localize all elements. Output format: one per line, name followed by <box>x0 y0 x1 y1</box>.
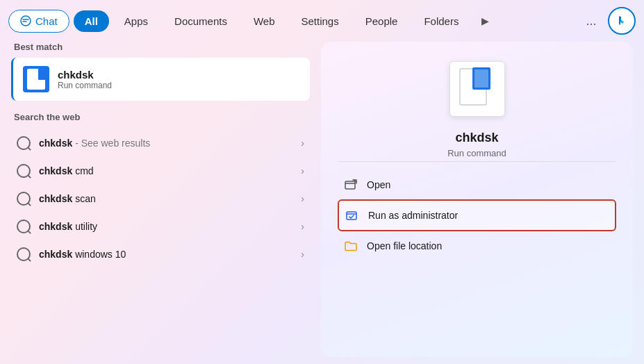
open-file-location-label: Open file location <box>367 240 442 251</box>
list-item[interactable]: chkdsk windows 10 › <box>11 240 310 268</box>
documents-tab[interactable]: Documents <box>163 10 238 32</box>
search-icon <box>17 164 31 178</box>
chkdsk-icon-graphic <box>453 65 502 113</box>
web-tab[interactable]: Web <box>242 10 286 32</box>
apps-tab[interactable]: Apps <box>113 10 159 32</box>
svg-rect-4 <box>345 181 355 189</box>
app-preview <box>449 42 505 131</box>
open-label: Open <box>367 179 390 190</box>
chat-icon <box>20 15 31 26</box>
best-match-title: Best match <box>11 42 310 52</box>
admin-icon <box>345 208 360 223</box>
all-tab[interactable]: All <box>74 10 109 32</box>
open-icon <box>343 177 358 192</box>
ellipsis-button[interactable]: ... <box>579 8 604 33</box>
settings-tab[interactable]: Settings <box>290 10 350 32</box>
svg-rect-5 <box>347 212 356 220</box>
search-icon <box>17 192 31 206</box>
right-panel: chkdsk Run command Open <box>321 42 633 357</box>
right-app-subtitle: Run command <box>447 148 506 158</box>
chevron-right-icon: › <box>301 165 304 176</box>
bing-icon <box>615 14 629 28</box>
list-item[interactable]: chkdsk - See web results › <box>11 129 310 157</box>
best-match-text: chkdsk Run command <box>58 69 112 90</box>
right-app-name: chkdsk <box>455 131 498 145</box>
best-match-subtitle: Run command <box>58 81 112 90</box>
list-item[interactable]: chkdsk utility › <box>11 213 310 240</box>
chevron-right-icon: › <box>301 138 304 149</box>
best-match-name: chkdsk <box>58 69 112 81</box>
list-item[interactable]: chkdsk cmd › <box>11 157 310 185</box>
open-file-location-button[interactable]: Open file location <box>338 231 616 260</box>
app-large-icon <box>449 61 505 117</box>
main-content: Best match chkdsk Run command Search the… <box>0 42 644 357</box>
best-match-item[interactable]: chkdsk Run command <box>11 58 310 101</box>
app-icon <box>23 66 49 92</box>
run-as-admin-button[interactable]: Run as administrator <box>338 199 616 231</box>
search-web-title: Search the web <box>11 112 310 122</box>
app-icon-inner <box>27 69 45 90</box>
search-icon <box>17 247 31 261</box>
search-icon <box>17 220 31 233</box>
chevron-right-icon: › <box>301 249 304 260</box>
open-button[interactable]: Open <box>338 170 616 199</box>
svg-point-0 <box>21 16 31 26</box>
divider <box>338 161 616 162</box>
bing-button[interactable] <box>608 7 636 35</box>
more-tabs-button[interactable]: ▶ <box>474 10 496 32</box>
action-list: Open Run as administrator <box>338 170 616 260</box>
people-tab[interactable]: People <box>354 10 409 32</box>
nav-bar: Chat All Apps Documents Web Settings Peo… <box>0 0 644 42</box>
left-panel: Best match chkdsk Run command Search the… <box>11 42 310 357</box>
chat-tab[interactable]: Chat <box>8 10 69 33</box>
folder-icon <box>343 238 358 254</box>
chevron-right-icon: › <box>301 193 304 204</box>
svg-rect-3 <box>474 69 488 88</box>
chevron-right-icon: › <box>301 221 304 232</box>
folders-tab[interactable]: Folders <box>413 10 470 32</box>
search-icon <box>17 136 31 150</box>
run-as-admin-label: Run as administrator <box>368 210 458 221</box>
list-item[interactable]: chkdsk scan › <box>11 185 310 213</box>
